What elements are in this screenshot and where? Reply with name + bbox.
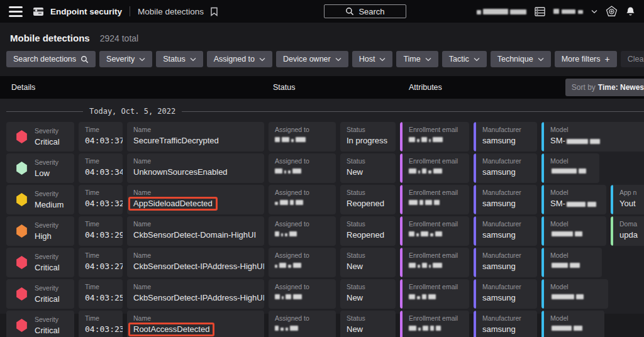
detection-row[interactable]: Severity Low Time 04:03:34 Name UnknownS… <box>0 153 644 183</box>
severity-cell[interactable]: Severity Critical <box>6 279 74 309</box>
bookmark-icon[interactable] <box>210 7 218 16</box>
manufacturer-cell[interactable]: Manufacturer samsung <box>474 153 537 183</box>
enrollment-email-cell[interactable]: Enrollment email <box>400 248 469 277</box>
enrollment-email-cell[interactable]: Enrollment email <box>400 153 469 183</box>
time-cell[interactable]: Time 04:03:37 <box>79 122 123 152</box>
model-cell[interactable]: Model <box>541 153 599 183</box>
assigned-to-cell[interactable]: Assigned to <box>269 122 336 152</box>
manufacturer-cell[interactable]: Manufacturer samsung <box>474 122 537 152</box>
detection-row[interactable]: Severity High Time 04:03:29 Name CkbSens… <box>0 216 644 246</box>
status-cell[interactable]: Status New <box>340 153 396 183</box>
chevron-down-icon[interactable] <box>591 9 597 14</box>
severity-cell[interactable]: Severity Low <box>6 153 74 183</box>
notifications-bell-icon[interactable] <box>626 6 635 16</box>
severity-cell[interactable]: Severity Critical <box>6 248 74 277</box>
name-cell[interactable]: Name CkbSensorDetect-IPAddress-HighUI <box>127 279 264 309</box>
severity-cell[interactable]: Severity High <box>6 216 74 246</box>
time-cell[interactable]: Time 04:03:25 <box>79 279 123 309</box>
name-label: Name <box>133 314 258 322</box>
name-label: Name <box>133 220 258 228</box>
status-cell[interactable]: Status Reopened <box>340 216 396 246</box>
name-cell[interactable]: Name CkbSensorDetect-IPAddress-HighUI <box>127 248 264 277</box>
time-cell[interactable]: Time 04:03:34 <box>79 153 123 183</box>
model-cell[interactable]: Model <box>541 279 608 309</box>
filter-status[interactable]: Status <box>156 51 203 67</box>
search-detections-button[interactable]: Search detections <box>6 51 96 67</box>
status-cell[interactable]: Status New <box>340 279 396 309</box>
enrollment-email-cell[interactable]: Enrollment email <box>400 216 469 246</box>
clear-all-button[interactable]: Clear all <box>621 51 644 67</box>
detection-row[interactable]: Severity Critical Time 04:03:37 Name Sec… <box>0 122 644 152</box>
severity-cell[interactable]: Severity Medium <box>6 185 74 214</box>
status-cell[interactable]: Status Reopened <box>340 185 396 214</box>
manufacturer-cell[interactable]: Manufacturer samsung <box>474 311 537 337</box>
severity-hexagon-icon <box>16 287 28 301</box>
model-cell[interactable]: Model <box>541 248 602 277</box>
time-cell[interactable]: Time 04:03:27 <box>79 248 123 277</box>
assigned-to-label: Assigned to <box>275 251 330 259</box>
global-search-input[interactable]: Search <box>324 4 406 18</box>
name-cell[interactable]: Name SecureTrafficDecrypted <box>127 122 264 152</box>
filter-label: Assigned to <box>214 55 255 64</box>
time-cell[interactable]: Time 04:03:29 <box>79 216 123 246</box>
assigned-to-cell[interactable]: Assigned to <box>269 216 336 246</box>
date-separator-label: Today, Oct. 5, 2022 <box>83 107 182 116</box>
detection-row[interactable]: Severity Critical Time 04:03:25 Name Ckb… <box>0 279 644 309</box>
detection-row[interactable]: Severity Critical Time 04:03:23 Name Roo… <box>0 311 644 337</box>
model-prefix-value: SM- <box>550 199 565 208</box>
support-badge-icon[interactable] <box>606 6 618 18</box>
model-cell[interactable]: Model <box>541 311 604 337</box>
model-label: Model <box>550 220 600 228</box>
enrollment-email-cell[interactable]: Enrollment email <box>400 185 469 214</box>
severity-cell[interactable]: Severity Critical <box>6 311 74 337</box>
detection-row[interactable]: Severity Medium Time 04:03:32 Name AppSi… <box>0 185 644 214</box>
model-cell[interactable]: Model SM- <box>541 185 606 214</box>
model-cell[interactable]: Model SM- <box>541 122 644 152</box>
filter-severity[interactable]: Severity <box>99 51 152 67</box>
time-value: 04:03:34 <box>85 167 116 177</box>
manufacturer-cell[interactable]: Manufacturer samsung <box>474 248 537 277</box>
time-cell[interactable]: Time 04:03:32 <box>79 185 123 214</box>
name-cell[interactable]: Name AppSideloadDetected <box>127 185 264 214</box>
status-value: New <box>347 324 389 334</box>
sort-by-button[interactable]: Sort by Time: Newest <box>565 79 644 96</box>
filter-time[interactable]: Time <box>396 51 438 67</box>
manufacturer-cell[interactable]: Manufacturer samsung <box>474 279 537 309</box>
manufacturer-cell[interactable]: Manufacturer samsung <box>474 216 537 246</box>
name-cell[interactable]: Name UnknownSourcesEnabled <box>127 153 264 183</box>
detection-row[interactable]: Severity Critical Time 04:03:27 Name Ckb… <box>0 248 644 277</box>
filter-technique[interactable]: Technique <box>491 51 551 67</box>
menu-icon[interactable] <box>9 6 23 17</box>
status-cell[interactable]: Status New <box>340 311 396 337</box>
more-filters-button[interactable]: More filters + <box>555 51 617 67</box>
manufacturer-cell[interactable]: Manufacturer samsung <box>474 185 537 214</box>
assigned-to-cell[interactable]: Assigned to <box>269 185 336 214</box>
assigned-to-cell[interactable]: Assigned to <box>269 279 336 309</box>
redacted-model-value <box>552 167 586 174</box>
enrollment-email-cell[interactable]: Enrollment email <box>400 311 469 337</box>
redacted-user-menu[interactable] <box>553 9 583 14</box>
assigned-to-cell[interactable]: Assigned to <box>269 311 336 337</box>
enrollment-email-cell[interactable]: Enrollment email <box>400 122 469 152</box>
redacted-email-value <box>409 136 463 142</box>
model-cell[interactable]: Model <box>541 216 606 246</box>
filter-assigned-to[interactable]: Assigned to <box>207 51 272 67</box>
assigned-to-cell[interactable]: Assigned to <box>269 153 336 183</box>
name-cell[interactable]: Name CkbSensorDetect-Domain-HighUI <box>127 216 264 246</box>
name-cell[interactable]: Name RootAccessDetected <box>127 311 264 337</box>
filter-device-owner[interactable]: Device owner <box>276 51 348 67</box>
filter-tactic[interactable]: Tactic <box>442 51 487 67</box>
status-cell[interactable]: Status In progress <box>340 122 396 152</box>
extra-attribute-cell[interactable]: App n Yout <box>611 185 644 214</box>
severity-cell[interactable]: Severity Critical <box>6 122 74 152</box>
time-label: Time <box>85 126 116 133</box>
filter-host[interactable]: Host <box>352 51 393 67</box>
extra-attribute-cell[interactable]: Doma upda <box>611 216 644 246</box>
host-group-icon[interactable] <box>535 7 545 16</box>
status-cell[interactable]: Status New <box>340 248 396 277</box>
filter-label: Severity <box>106 55 135 64</box>
enrollment-email-cell[interactable]: Enrollment email <box>400 279 469 309</box>
assigned-to-cell[interactable]: Assigned to <box>269 248 336 277</box>
time-cell[interactable]: Time 04:03:23 <box>79 311 123 337</box>
breadcrumb-page[interactable]: Mobile detections <box>138 7 204 16</box>
